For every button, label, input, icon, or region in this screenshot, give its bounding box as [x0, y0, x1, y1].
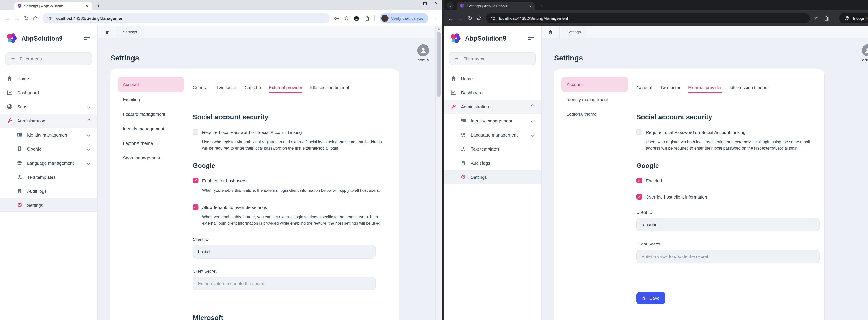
sidebar-item-identity-management[interactable]: Identity management [444, 114, 541, 128]
filter-menu-input[interactable] [462, 56, 531, 62]
side-tab-identity-management[interactable]: Identity management [561, 92, 628, 107]
sidebar-item-identity-management[interactable]: Identity management [0, 128, 97, 142]
site-settings-icon[interactable] [47, 16, 52, 21]
checkbox-checked[interactable]: ✓ [193, 178, 198, 183]
new-tab-button[interactable]: + [539, 3, 543, 9]
sidebar-item-dashboard[interactable]: Dashboard [0, 85, 97, 99]
sidebar-item-administration[interactable]: Administration [444, 99, 541, 114]
reload-icon[interactable]: ↻ [24, 16, 29, 21]
bookmark-star-icon[interactable]: ☆ [344, 16, 349, 21]
tab-two-factor[interactable]: Two factor [216, 85, 237, 93]
client-id-input[interactable] [193, 245, 376, 259]
bookmark-star-icon[interactable]: ☆ [814, 16, 818, 21]
page-scrollbar[interactable]: ▲ [435, 26, 442, 320]
back-icon[interactable]: ← [4, 16, 10, 21]
forward-icon[interactable]: → [458, 16, 464, 21]
side-tab-identity-management[interactable]: Identity management [118, 121, 184, 136]
client-secret-input[interactable] [637, 250, 820, 263]
maximize-button[interactable] [424, 2, 427, 5]
side-tab-account[interactable]: Account [561, 77, 628, 92]
home-icon[interactable] [33, 16, 38, 21]
checkbox-checked[interactable]: ✓ [637, 178, 642, 183]
side-tab-feature-management[interactable]: Feature management [118, 107, 184, 121]
close-button[interactable]: ✕ [435, 2, 438, 6]
address-bar[interactable]: localhost:44382/SettingManagement# [486, 13, 810, 24]
client-id-input[interactable] [637, 218, 820, 231]
site-settings-icon[interactable] [491, 16, 496, 21]
side-tab-account[interactable]: Account [118, 77, 184, 92]
extensions-icon[interactable] [823, 16, 829, 21]
sidebar-item-audit-logs[interactable]: Audit logs [444, 156, 541, 170]
browser-tab[interactable]: Settings | AbpSolution9 ✕ [14, 2, 92, 10]
side-tab-emailing[interactable]: Emailing [118, 92, 184, 107]
breadcrumb-item[interactable]: Settings [116, 26, 144, 37]
sidebar-item-text-templates[interactable]: Text templates [0, 170, 97, 184]
sidebar-item-dashboard[interactable]: Dashboard [444, 85, 541, 99]
minimize-button[interactable] [412, 4, 416, 5]
tab-two-factor[interactable]: Two factor [660, 85, 681, 93]
filter-menu-box[interactable] [5, 52, 92, 65]
sidebar-item-openid[interactable]: OpenId [0, 142, 97, 156]
side-tab-leptonx-theme[interactable]: LeptonX theme [561, 107, 628, 121]
profile-verify-pill[interactable]: Verify that it's you [379, 13, 428, 24]
incognito-badge[interactable]: Incognito [839, 13, 868, 24]
side-tab-saas-management[interactable]: Saas management [118, 151, 184, 165]
gear-icon: ⚙ [460, 174, 467, 180]
new-tab-button[interactable]: + [97, 3, 100, 9]
sidebar-item-home[interactable]: Home [444, 71, 541, 85]
tab-captcha[interactable]: Captcha [244, 85, 261, 93]
avatar[interactable] [862, 44, 868, 56]
scrollbar-up-icon[interactable]: ▲ [437, 27, 440, 30]
checkbox-checked[interactable]: ✓ [637, 194, 642, 200]
user-menu[interactable]: admin [862, 44, 868, 62]
sidebar-item-home[interactable]: Home [0, 71, 97, 85]
breadcrumb-item[interactable]: Settings [560, 26, 587, 37]
tab-search-icon[interactable]: ⌄ [447, 2, 454, 9]
checkbox-unchecked[interactable] [637, 129, 642, 135]
extensions-icon[interactable] [364, 16, 370, 21]
tab-external-provider[interactable]: External provider [688, 85, 722, 93]
sidebar-item-settings[interactable]: ⚙ Settings [444, 170, 541, 184]
sidebar-item-language-management[interactable]: Language management [0, 156, 97, 170]
checkbox-checked[interactable]: ✓ [193, 204, 198, 210]
sidebar-item-settings[interactable]: ⚙ Settings [0, 198, 97, 212]
breadcrumb-home-icon[interactable] [98, 26, 116, 37]
filter-menu-box[interactable] [449, 52, 536, 65]
client-secret-input[interactable] [193, 277, 376, 290]
url-text: localhost:44382/SettingManagement [55, 16, 125, 21]
avatar[interactable] [417, 44, 429, 56]
minimize-button[interactable] [859, 4, 863, 5]
scrollbar-thumb[interactable] [437, 32, 441, 97]
tab-idle-session-timeout[interactable]: Idle session timeout [730, 85, 769, 93]
tab-idle-session-timeout[interactable]: Idle session timeout [310, 85, 349, 93]
password-key-icon[interactable] [334, 16, 339, 21]
tab-general[interactable]: General [637, 85, 652, 93]
side-tab-leptonx-theme[interactable]: LeptonX theme [118, 136, 184, 151]
forward-icon[interactable]: → [14, 16, 20, 21]
home-icon[interactable] [477, 16, 482, 21]
filter-menu-input[interactable] [19, 56, 87, 62]
sidebar-toggle-icon[interactable] [527, 36, 535, 41]
tab-close-icon[interactable]: ✕ [527, 4, 532, 8]
sidebar-item-text-templates[interactable]: Text templates [444, 142, 541, 156]
sidebar-item-language-management[interactable]: Language management [444, 128, 541, 142]
checkbox-unchecked[interactable] [193, 129, 198, 135]
chevron-down-icon [87, 147, 90, 150]
sidebar-item-saas[interactable]: Saas [0, 99, 97, 114]
address-bar[interactable]: localhost:44382/SettingManagement [42, 13, 330, 24]
sidebar-item-administration[interactable]: Administration [0, 114, 97, 128]
back-icon[interactable]: ← [448, 16, 454, 21]
sidebar-toggle-icon[interactable] [83, 36, 91, 41]
reload-icon[interactable]: ↻ [468, 16, 472, 21]
toolbar-right: ☆ Incognito ⋮ [814, 13, 868, 24]
user-menu[interactable]: admin [417, 44, 429, 62]
breadcrumb-home-icon[interactable] [541, 26, 559, 37]
github-extension-icon[interactable] [353, 16, 359, 21]
tab-general[interactable]: General [193, 85, 209, 93]
browser-menu-icon[interactable]: ⋮ [433, 16, 437, 21]
tab-close-icon[interactable]: ✕ [85, 4, 89, 8]
save-button[interactable]: Save [637, 292, 665, 304]
tab-external-provider[interactable]: External provider [269, 85, 302, 93]
sidebar-item-audit-logs[interactable]: Audit logs [0, 184, 97, 198]
browser-tab[interactable]: Settings | AbpSolution9 ✕ [457, 2, 535, 10]
